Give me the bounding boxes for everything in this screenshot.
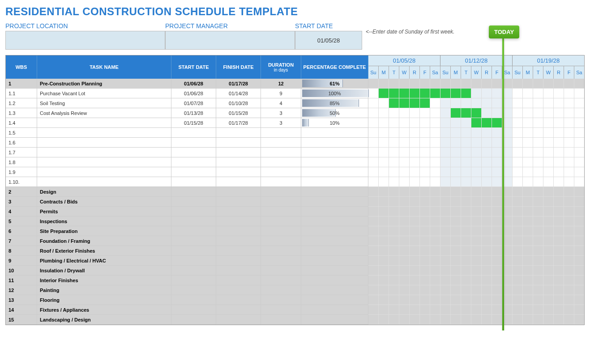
- table-row[interactable]: 1.10.: [6, 177, 368, 187]
- percent-cell[interactable]: [301, 177, 368, 187]
- duration-cell[interactable]: [261, 295, 301, 305]
- wbs-cell[interactable]: 1.3: [6, 108, 37, 118]
- wbs-cell[interactable]: 1.10.: [6, 177, 37, 187]
- start-cell[interactable]: [171, 197, 216, 207]
- start-cell[interactable]: [171, 148, 216, 157]
- duration-cell[interactable]: [261, 197, 301, 207]
- start-cell[interactable]: [171, 295, 216, 305]
- duration-cell[interactable]: [261, 177, 301, 187]
- wbs-cell[interactable]: 10: [6, 266, 37, 275]
- table-row[interactable]: 7Foundation / Framing: [6, 236, 368, 246]
- wbs-cell[interactable]: 1.5: [6, 128, 37, 138]
- task-cell[interactable]: [37, 118, 171, 128]
- start-cell[interactable]: [171, 256, 216, 266]
- task-cell[interactable]: Roof / Exterior Finishes: [37, 246, 171, 256]
- start-cell[interactable]: 01/06/28: [171, 79, 216, 89]
- finish-cell[interactable]: [216, 285, 261, 295]
- start-cell[interactable]: [171, 226, 216, 236]
- percent-cell[interactable]: [301, 148, 368, 157]
- percent-cell[interactable]: [301, 256, 368, 266]
- table-row[interactable]: 2Design: [6, 187, 368, 197]
- task-cell[interactable]: Site Preparation: [37, 226, 171, 236]
- percent-cell[interactable]: 50%: [301, 108, 368, 118]
- duration-cell[interactable]: 4: [261, 98, 301, 108]
- task-cell[interactable]: Cost Analysis Review: [37, 108, 171, 118]
- table-row[interactable]: 1.7: [6, 148, 368, 157]
- duration-cell[interactable]: [261, 128, 301, 138]
- start-cell[interactable]: [171, 236, 216, 246]
- finish-cell[interactable]: [216, 266, 261, 275]
- table-row[interactable]: 8Roof / Exterior Finishes: [6, 246, 368, 256]
- percent-cell[interactable]: [301, 275, 368, 285]
- table-row[interactable]: 1.9: [6, 167, 368, 177]
- start-cell[interactable]: 01/13/28: [171, 108, 216, 118]
- start-cell[interactable]: [171, 138, 216, 148]
- task-cell[interactable]: Inspections: [37, 216, 171, 226]
- start-cell[interactable]: [171, 285, 216, 295]
- table-row[interactable]: 1.6: [6, 138, 368, 148]
- task-cell[interactable]: Foundation / Framing: [37, 236, 171, 246]
- duration-cell[interactable]: 12: [261, 79, 301, 89]
- finish-cell[interactable]: 01/10/28: [216, 98, 261, 108]
- percent-cell[interactable]: [301, 128, 368, 138]
- task-cell[interactable]: [37, 138, 171, 148]
- duration-cell[interactable]: [261, 275, 301, 285]
- table-row[interactable]: 1.5: [6, 128, 368, 138]
- table-row[interactable]: 14Fixtures / Appliances: [6, 305, 368, 315]
- duration-cell[interactable]: [261, 216, 301, 226]
- percent-cell[interactable]: [301, 207, 368, 216]
- percent-cell[interactable]: 100%: [301, 89, 368, 98]
- start-cell[interactable]: [171, 128, 216, 138]
- percent-cell[interactable]: [301, 216, 368, 226]
- wbs-cell[interactable]: 6: [6, 226, 37, 236]
- task-cell[interactable]: Purchase Vacant Lot: [37, 89, 171, 98]
- finish-cell[interactable]: [216, 226, 261, 236]
- wbs-cell[interactable]: 1.1: [6, 89, 37, 98]
- finish-cell[interactable]: 01/17/28: [216, 118, 261, 128]
- start-cell[interactable]: [171, 246, 216, 256]
- finish-cell[interactable]: [216, 315, 261, 325]
- duration-cell[interactable]: [261, 305, 301, 315]
- percent-cell[interactable]: [301, 197, 368, 207]
- start-cell[interactable]: 01/06/28: [171, 89, 216, 98]
- duration-cell[interactable]: 9: [261, 89, 301, 98]
- duration-cell[interactable]: [261, 138, 301, 148]
- finish-cell[interactable]: [216, 128, 261, 138]
- start-cell[interactable]: 01/07/28: [171, 98, 216, 108]
- start-cell[interactable]: [171, 187, 216, 197]
- duration-cell[interactable]: [261, 157, 301, 167]
- table-row[interactable]: 1Pre-Construction Planning01/06/2801/17/…: [6, 79, 368, 89]
- table-row[interactable]: 4Permits: [6, 207, 368, 216]
- start-cell[interactable]: [171, 207, 216, 216]
- task-cell[interactable]: Permits: [37, 207, 171, 216]
- percent-cell[interactable]: 61%: [301, 79, 368, 89]
- duration-cell[interactable]: [261, 285, 301, 295]
- finish-cell[interactable]: [216, 207, 261, 216]
- task-cell[interactable]: [37, 148, 171, 157]
- table-row[interactable]: 6Site Preparation: [6, 226, 368, 236]
- task-cell[interactable]: [37, 167, 171, 177]
- finish-cell[interactable]: [216, 275, 261, 285]
- wbs-cell[interactable]: 8: [6, 246, 37, 256]
- wbs-cell[interactable]: 1.2: [6, 98, 37, 108]
- percent-cell[interactable]: [301, 226, 368, 236]
- finish-cell[interactable]: [216, 246, 261, 256]
- wbs-cell[interactable]: 7: [6, 236, 37, 246]
- finish-cell[interactable]: 01/15/28: [216, 108, 261, 118]
- start-cell[interactable]: [171, 266, 216, 275]
- wbs-cell[interactable]: 5: [6, 216, 37, 226]
- start-cell[interactable]: [171, 305, 216, 315]
- table-row[interactable]: 1.3Cost Analysis Review01/13/2801/15/283…: [6, 108, 368, 118]
- task-cell[interactable]: Insulation / Drywall: [37, 266, 171, 275]
- manager-input[interactable]: [165, 31, 295, 50]
- wbs-cell[interactable]: 12: [6, 285, 37, 295]
- task-cell[interactable]: Design: [37, 187, 171, 197]
- table-row[interactable]: 13Flooring: [6, 295, 368, 305]
- start-cell[interactable]: [171, 315, 216, 325]
- wbs-cell[interactable]: 3: [6, 197, 37, 207]
- wbs-cell[interactable]: 11: [6, 275, 37, 285]
- start-cell[interactable]: [171, 157, 216, 167]
- table-row[interactable]: 1.2Soil Testing01/07/2801/10/28485%: [6, 98, 368, 108]
- finish-cell[interactable]: [216, 138, 261, 148]
- wbs-cell[interactable]: 2: [6, 187, 37, 197]
